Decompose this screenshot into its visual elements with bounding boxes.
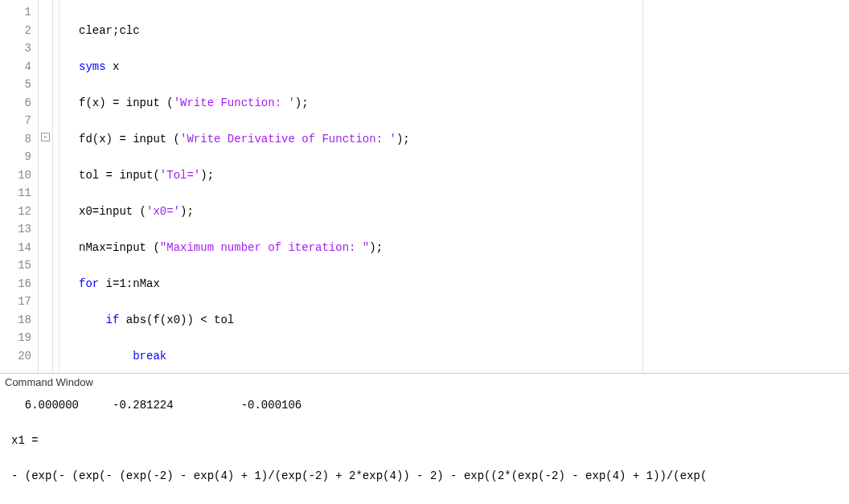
code-text: fd(x) = input ( xyxy=(79,133,180,145)
line-number: 18 xyxy=(0,311,38,330)
line-number: 14 xyxy=(0,239,38,257)
string-literal: 'Write Function: ' xyxy=(174,96,295,109)
code-line[interactable]: syms x xyxy=(79,58,849,76)
line-number: 10 xyxy=(0,166,38,185)
code-indent xyxy=(79,313,106,326)
code-text: i=1:nMax xyxy=(99,277,160,290)
code-line[interactable]: break xyxy=(79,347,849,366)
line-number-gutter: 1 2 3 4 5 6 7 8 9 10 11 12 13 14 15 16 1… xyxy=(0,0,39,373)
line-number: 3 xyxy=(0,39,38,58)
code-text: f(x) = input ( xyxy=(79,96,174,109)
code-text: ); xyxy=(369,241,383,254)
line-number: 16 xyxy=(0,275,38,293)
editor-pane: 1 2 3 4 5 6 7 8 9 10 11 12 13 14 15 16 1… xyxy=(0,0,849,374)
code-line[interactable]: x0=input ('x0='); xyxy=(79,203,849,221)
code-margin xyxy=(53,0,59,373)
code-text: nMax=input ( xyxy=(79,241,160,254)
output-line: 6.000000 -0.281224 -0.000106 xyxy=(11,399,301,412)
code-text: ); xyxy=(200,169,214,182)
string-literal: 'x0=' xyxy=(146,205,180,218)
code-indent xyxy=(79,350,133,363)
line-number: 20 xyxy=(0,347,38,366)
line-number: 6 xyxy=(0,94,38,113)
code-text: abs(f(x0)) < tol xyxy=(119,313,234,326)
code-editor[interactable]: clear;clc syms x f(x) = input ('Write Fu… xyxy=(59,0,849,373)
fold-toggle-icon[interactable]: - xyxy=(41,133,50,141)
line-number: 12 xyxy=(0,203,38,221)
line-number: 15 xyxy=(0,256,38,275)
fold-column: - xyxy=(39,0,53,373)
code-text: x xyxy=(106,60,120,73)
line-number: 7 xyxy=(0,112,38,130)
line-number: 9 xyxy=(0,148,38,166)
line-number: 17 xyxy=(0,293,38,311)
code-text: tol = input( xyxy=(79,169,160,182)
output-line: x1 = xyxy=(11,434,39,447)
command-window[interactable]: 6.000000 -0.281224 -0.000106 x1 = - (exp… xyxy=(0,391,849,504)
line-number: 19 xyxy=(0,329,38,347)
output-line: - (exp(- (exp(- (exp(-2) - exp(4) + 1)/(… xyxy=(11,469,707,482)
code-text: ); xyxy=(180,205,194,218)
code-text: x0=input ( xyxy=(79,205,146,218)
line-number: 8 xyxy=(0,130,38,149)
keyword: break xyxy=(133,350,166,363)
line-number: 4 xyxy=(0,58,38,76)
string-literal: 'Write Derivative of Function: ' xyxy=(180,133,396,145)
line-number: 5 xyxy=(0,76,38,94)
line-number: 11 xyxy=(0,184,38,203)
code-line[interactable]: nMax=input ("Maximum number of iteration… xyxy=(79,239,849,257)
keyword: if xyxy=(106,313,120,326)
command-window-title: Command Window xyxy=(0,374,849,391)
keyword: syms xyxy=(79,60,106,73)
string-literal: 'Tol=' xyxy=(160,169,200,182)
editor-right-ruler xyxy=(642,0,643,373)
code-text: ); xyxy=(295,96,309,109)
code-line[interactable]: for i=1:nMax xyxy=(79,275,849,293)
code-line[interactable]: clear;clc xyxy=(79,22,849,40)
code-line[interactable]: fd(x) = input ('Write Derivative of Func… xyxy=(79,130,849,149)
code-line[interactable]: if abs(f(x0)) < tol xyxy=(79,311,849,330)
line-number: 13 xyxy=(0,220,38,239)
line-number: 2 xyxy=(0,22,38,40)
code-line[interactable]: f(x) = input ('Write Function: '); xyxy=(79,94,849,113)
keyword: for xyxy=(79,277,99,290)
line-number: 1 xyxy=(0,3,38,22)
code-line[interactable]: tol = input('Tol='); xyxy=(79,166,849,185)
code-text: clear;clc xyxy=(79,24,140,37)
code-text: ); xyxy=(396,133,410,145)
string-literal: "Maximum number of iteration: " xyxy=(160,241,369,254)
